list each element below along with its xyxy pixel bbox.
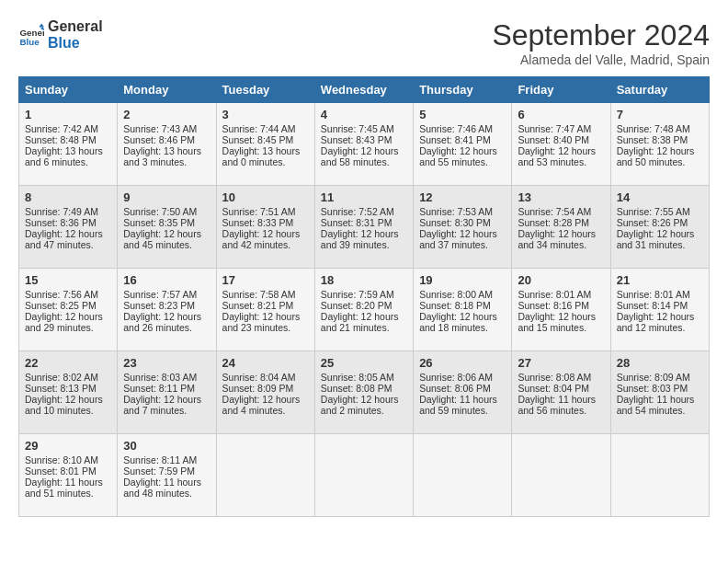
day-info-line: Daylight: 12 hours	[321, 145, 407, 156]
calendar-cell: 10Sunrise: 7:51 AMSunset: 8:33 PMDayligh…	[216, 186, 314, 269]
day-number: 13	[518, 190, 604, 204]
day-info-line: Sunset: 8:03 PM	[617, 383, 703, 394]
calendar-week-row: 8Sunrise: 7:49 AMSunset: 8:36 PMDaylight…	[19, 186, 710, 269]
day-info-line: Daylight: 12 hours	[25, 311, 111, 322]
day-number: 14	[617, 190, 703, 204]
day-info-line: and 29 minutes.	[25, 322, 111, 333]
calendar-cell: 9Sunrise: 7:50 AMSunset: 8:35 PMDaylight…	[118, 186, 216, 269]
day-info-line: Daylight: 12 hours	[419, 311, 506, 322]
calendar-week-row: 29Sunrise: 8:10 AMSunset: 8:01 PMDayligh…	[19, 434, 710, 517]
header-cell-saturday: Saturday	[610, 77, 709, 103]
calendar-cell: 3Sunrise: 7:44 AMSunset: 8:45 PMDaylight…	[216, 103, 314, 186]
day-info-line: Sunrise: 7:44 AM	[222, 123, 309, 134]
day-info-line: Sunset: 8:38 PM	[617, 134, 703, 145]
day-info-line: Sunset: 8:28 PM	[518, 217, 604, 228]
day-info-line: and 15 minutes.	[518, 322, 604, 333]
day-info-line: Sunset: 8:20 PM	[321, 300, 407, 311]
svg-text:Blue: Blue	[19, 37, 40, 47]
day-info-line: Daylight: 13 hours	[123, 145, 210, 156]
day-info-line: Sunrise: 7:58 AM	[222, 289, 309, 300]
day-info-line: Sunrise: 8:10 AM	[25, 454, 111, 465]
day-info-line: Daylight: 13 hours	[222, 145, 309, 156]
day-info-line: Sunrise: 7:42 AM	[25, 123, 111, 134]
day-number: 22	[25, 356, 111, 370]
calendar-cell: 20Sunrise: 8:01 AMSunset: 8:16 PMDayligh…	[512, 269, 610, 351]
day-number: 18	[321, 273, 407, 287]
day-info-line: Daylight: 11 hours	[25, 477, 111, 488]
day-info-line: Sunrise: 8:09 AM	[617, 372, 703, 383]
day-number: 12	[419, 190, 506, 204]
day-info-line: Sunset: 8:41 PM	[419, 134, 506, 145]
day-info-line: Sunrise: 8:01 AM	[617, 289, 703, 300]
day-number: 2	[123, 108, 210, 121]
logo-text-general: General	[48, 18, 103, 35]
day-info-line: Sunrise: 7:59 AM	[321, 289, 407, 300]
day-info-line: Sunset: 8:06 PM	[419, 383, 506, 394]
day-info-line: Sunset: 8:46 PM	[123, 134, 210, 145]
day-number: 10	[222, 190, 309, 204]
day-info-line: and 37 minutes.	[419, 239, 506, 250]
day-info-line: and 55 minutes.	[419, 156, 506, 167]
day-number: 1	[25, 108, 111, 121]
day-info-line: Daylight: 12 hours	[25, 394, 111, 405]
day-info-line: Daylight: 12 hours	[617, 311, 703, 322]
day-info-line: Daylight: 11 hours	[518, 394, 604, 405]
day-info-line: Daylight: 11 hours	[419, 394, 506, 405]
day-number: 29	[25, 439, 111, 453]
day-info-line: and 0 minutes.	[222, 156, 309, 167]
day-info-line: Sunrise: 8:01 AM	[518, 289, 604, 300]
day-info-line: Daylight: 12 hours	[123, 228, 210, 239]
location: Alameda del Valle, Madrid, Spain	[492, 52, 710, 67]
day-info-line: and 51 minutes.	[25, 488, 111, 499]
day-info-line: Sunrise: 8:11 AM	[123, 454, 210, 465]
day-info-line: Sunrise: 8:00 AM	[419, 289, 506, 300]
day-info-line: Sunrise: 7:55 AM	[617, 206, 703, 217]
calendar-cell: 29Sunrise: 8:10 AMSunset: 8:01 PMDayligh…	[19, 434, 118, 517]
day-info-line: Daylight: 12 hours	[321, 311, 407, 322]
day-info-line: Sunrise: 7:57 AM	[123, 289, 210, 300]
day-info-line: and 23 minutes.	[222, 322, 309, 333]
calendar-cell: 25Sunrise: 8:05 AMSunset: 8:08 PMDayligh…	[314, 351, 413, 434]
day-info-line: Sunset: 8:18 PM	[419, 300, 506, 311]
svg-marker-2	[39, 23, 44, 27]
title-block: September 2024 Alameda del Valle, Madrid…	[492, 18, 710, 67]
day-number: 6	[518, 108, 604, 121]
calendar-cell: 18Sunrise: 7:59 AMSunset: 8:20 PMDayligh…	[314, 269, 413, 351]
day-info-line: Sunset: 8:36 PM	[25, 217, 111, 228]
day-info-line: Sunrise: 8:05 AM	[321, 372, 407, 383]
day-info-line: and 10 minutes.	[25, 405, 111, 416]
calendar-cell: 30Sunrise: 8:11 AMSunset: 7:59 PMDayligh…	[118, 434, 216, 517]
day-number: 4	[321, 108, 407, 121]
day-number: 7	[617, 108, 703, 121]
day-info-line: and 34 minutes.	[518, 239, 604, 250]
day-info-line: Sunset: 8:09 PM	[222, 383, 309, 394]
day-info-line: Sunrise: 7:47 AM	[518, 123, 604, 134]
day-info-line: and 21 minutes.	[321, 322, 407, 333]
day-info-line: Sunset: 8:04 PM	[518, 383, 604, 394]
day-info-line: and 48 minutes.	[123, 488, 210, 499]
day-info-line: and 45 minutes.	[123, 239, 210, 250]
calendar-week-row: 15Sunrise: 7:56 AMSunset: 8:25 PMDayligh…	[19, 269, 710, 351]
day-info-line: Daylight: 13 hours	[25, 145, 111, 156]
day-info-line: and 56 minutes.	[518, 405, 604, 416]
header-cell-wednesday: Wednesday	[314, 77, 413, 103]
day-number: 24	[222, 356, 309, 370]
calendar-cell: 12Sunrise: 7:53 AMSunset: 8:30 PMDayligh…	[414, 186, 512, 269]
calendar-cell: 24Sunrise: 8:04 AMSunset: 8:09 PMDayligh…	[216, 351, 314, 434]
day-info-line: Sunset: 7:59 PM	[123, 465, 210, 477]
day-info-line: Sunset: 8:48 PM	[25, 134, 111, 145]
day-info-line: Sunset: 8:21 PM	[222, 300, 309, 311]
logo-text-blue: Blue	[48, 35, 103, 52]
day-info-line: and 53 minutes.	[518, 156, 604, 167]
calendar-cell: 23Sunrise: 8:03 AMSunset: 8:11 PMDayligh…	[118, 351, 216, 434]
day-info-line: Daylight: 12 hours	[123, 394, 210, 405]
calendar-cell: 2Sunrise: 7:43 AMSunset: 8:46 PMDaylight…	[118, 103, 216, 186]
day-info-line: Daylight: 12 hours	[123, 311, 210, 322]
calendar-cell: 16Sunrise: 7:57 AMSunset: 8:23 PMDayligh…	[118, 269, 216, 351]
day-info-line: and 39 minutes.	[321, 239, 407, 250]
day-info-line: and 42 minutes.	[222, 239, 309, 250]
logo-icon: General Blue	[18, 22, 44, 48]
day-number: 5	[419, 108, 506, 121]
day-info-line: Sunset: 8:23 PM	[123, 300, 210, 311]
calendar-week-row: 22Sunrise: 8:02 AMSunset: 8:13 PMDayligh…	[19, 351, 710, 434]
